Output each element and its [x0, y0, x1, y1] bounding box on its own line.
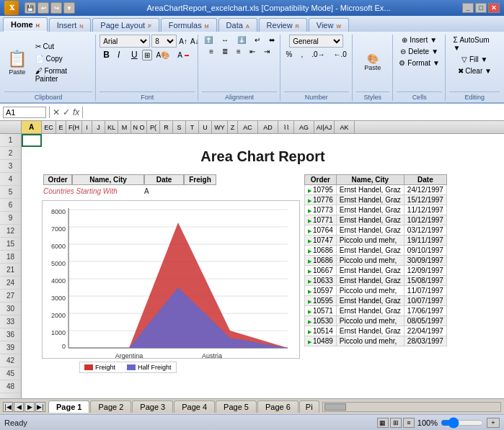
- row-num-42[interactable]: 42: [0, 354, 21, 367]
- format-painter-button[interactable]: 🖌 Format Painter: [32, 66, 93, 84]
- tab-data[interactable]: Data A: [218, 18, 257, 32]
- tab-home[interactable]: Home H: [3, 17, 48, 32]
- decrease-indent-button[interactable]: ⇤: [246, 46, 259, 57]
- row-num-9[interactable]: 9: [0, 212, 21, 225]
- sheet-tab-page3[interactable]: Page 3: [132, 400, 173, 413]
- row-num-36[interactable]: 36: [0, 328, 21, 341]
- number-format-select[interactable]: General: [289, 35, 343, 48]
- row-num-15[interactable]: 15: [0, 238, 21, 251]
- row-num-1[interactable]: 1: [0, 134, 21, 147]
- col-header-B[interactable]: EC: [42, 121, 56, 133]
- font-face-select[interactable]: Arial: [100, 35, 150, 48]
- horizontal-scrollbar[interactable]: [322, 402, 501, 412]
- col-header-G[interactable]: KL: [105, 121, 118, 133]
- tab-next-button[interactable]: ▶: [25, 402, 35, 412]
- cut-button[interactable]: ✂ Cut: [32, 41, 93, 52]
- increase-font-btn[interactable]: A↑: [178, 37, 188, 46]
- cancel-formula-icon[interactable]: ✕: [53, 107, 60, 117]
- tab-first-button[interactable]: |◀: [3, 402, 13, 412]
- col-header-J[interactable]: P(: [147, 121, 160, 133]
- area-chart[interactable]: 8000 7000 6000 5000 4000 3000 2000 1000 …: [42, 200, 300, 359]
- col-header-I[interactable]: N O: [131, 121, 147, 133]
- format-button[interactable]: ⚙ Format ▼: [395, 58, 443, 68]
- zoom-slider[interactable]: [441, 420, 484, 426]
- row-num-39[interactable]: 39: [0, 341, 21, 354]
- decrease-font-btn[interactable]: A↓: [190, 37, 200, 46]
- normal-view-button[interactable]: ▦: [377, 418, 389, 428]
- border-button[interactable]: ⊞: [142, 50, 152, 61]
- tab-view[interactable]: View W: [309, 18, 349, 32]
- row-num-30[interactable]: 30: [0, 303, 21, 315]
- col-header-Q[interactable]: AC: [238, 121, 258, 133]
- tab-insert[interactable]: Insert N: [49, 18, 92, 32]
- col-header-E[interactable]: I: [82, 121, 92, 133]
- fill-button[interactable]: ▽ Fill ▼: [458, 54, 491, 65]
- col-header-S[interactable]: ⌇⌇: [278, 121, 294, 133]
- merge-button[interactable]: ⬌: [265, 35, 278, 45]
- align-top-button[interactable]: ⬆️: [200, 35, 216, 45]
- font-size-select[interactable]: 8: [151, 35, 177, 48]
- increase-indent-button[interactable]: ⇥: [260, 46, 273, 57]
- sheet-tab-pi[interactable]: Pi: [299, 400, 319, 413]
- delete-button[interactable]: ⊖ Delete ▼: [397, 46, 442, 57]
- col-header-M[interactable]: T: [186, 121, 199, 133]
- col-header-C[interactable]: E: [56, 121, 66, 133]
- sheet-tab-page4[interactable]: Page 4: [174, 400, 215, 413]
- fill-color-button[interactable]: A🎨: [153, 50, 174, 61]
- tab-review[interactable]: Review R: [259, 18, 307, 32]
- col-header-O[interactable]: WY: [212, 121, 228, 133]
- row-num-12[interactable]: 12: [0, 225, 21, 238]
- copy-button[interactable]: 📄 Copy: [32, 53, 93, 64]
- scrollbar-thumb[interactable]: [324, 403, 346, 411]
- row-num-6[interactable]: 6: [0, 199, 21, 212]
- align-right-button[interactable]: ≡: [233, 46, 244, 57]
- col-header-K[interactable]: R: [160, 121, 173, 133]
- percent-button[interactable]: %: [283, 49, 296, 60]
- quick-undo-btn[interactable]: ↩: [37, 2, 49, 14]
- formula-input[interactable]: [86, 108, 501, 117]
- increase-decimal-button[interactable]: .0→: [308, 49, 328, 60]
- quick-redo-btn[interactable]: ↪: [50, 2, 62, 14]
- row-num-4[interactable]: 4: [0, 173, 21, 186]
- close-button[interactable]: ✕: [488, 3, 500, 13]
- decrease-decimal-button[interactable]: ←.0: [330, 49, 350, 60]
- paste-button[interactable]: 📋 Paste: [4, 48, 30, 78]
- comma-button[interactable]: ,: [297, 49, 306, 60]
- tab-prev-button[interactable]: ◀: [14, 402, 24, 412]
- align-bottom-button[interactable]: ⬇️: [234, 35, 249, 45]
- row-num-18[interactable]: 18: [0, 251, 21, 264]
- col-header-H[interactable]: M: [118, 121, 131, 133]
- sheet-tab-page5[interactable]: Page 5: [216, 400, 257, 413]
- col-header-U[interactable]: AI|AJ: [314, 121, 335, 133]
- quick-extra-btn[interactable]: ▼: [63, 2, 75, 14]
- row-num-27[interactable]: 27: [0, 290, 21, 303]
- quick-save-btn[interactable]: 💾: [25, 2, 36, 14]
- align-center-button[interactable]: ≣: [218, 46, 231, 57]
- cell-reference-box[interactable]: [3, 107, 46, 118]
- insert-button[interactable]: ⊕ Insert ▼: [398, 35, 441, 45]
- bold-button[interactable]: B: [100, 48, 113, 61]
- row-num-2[interactable]: 2: [0, 147, 21, 160]
- row-num-5[interactable]: 5: [0, 186, 21, 199]
- autosum-button[interactable]: Σ AutoSum ▼: [449, 35, 500, 53]
- col-header-F[interactable]: J: [92, 121, 105, 133]
- underline-button[interactable]: U: [128, 48, 141, 61]
- row-num-24[interactable]: 24: [0, 277, 21, 290]
- col-header-V[interactable]: AK: [335, 121, 355, 133]
- restore-button[interactable]: □: [475, 3, 487, 13]
- italic-button[interactable]: I: [114, 48, 127, 61]
- styles-button[interactable]: 🎨 Paste: [361, 51, 384, 73]
- row-num-48[interactable]: 48: [0, 380, 21, 393]
- row-num-3[interactable]: 3: [0, 160, 21, 173]
- clear-button[interactable]: ✖ Clear ▼: [454, 66, 495, 76]
- page-break-view-button[interactable]: ≡: [403, 418, 415, 428]
- col-header-N[interactable]: U: [199, 121, 212, 133]
- tab-formulas[interactable]: Formulas M: [161, 18, 217, 32]
- align-middle-button[interactable]: ↔️: [218, 35, 232, 45]
- row-num-45[interactable]: 45: [0, 367, 21, 380]
- sheet-tab-page2[interactable]: Page 2: [90, 400, 131, 413]
- insert-function-icon[interactable]: fx: [73, 107, 79, 117]
- tab-page-layout[interactable]: Page Layout P: [92, 18, 159, 32]
- font-color-button[interactable]: A▬: [174, 50, 193, 61]
- row-num-33[interactable]: 33: [0, 315, 21, 328]
